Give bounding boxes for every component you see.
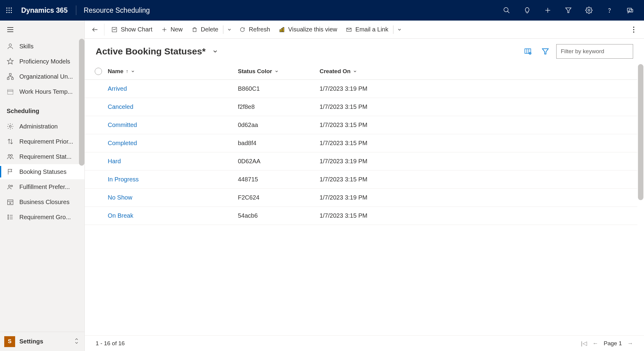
column-header-name[interactable]: Name ↑	[108, 68, 238, 75]
sidebar-item-closures[interactable]: Business Closures	[0, 194, 84, 210]
chart-icon	[111, 26, 118, 33]
column-header-status-color[interactable]: Status Color	[238, 68, 320, 75]
table-row[interactable]: Completedbad8f41/7/2023 3:15 PM	[85, 134, 637, 152]
table-row[interactable]: In Progress4487151/7/2023 3:15 PM	[85, 171, 637, 189]
visualize-button[interactable]: Visualize this view	[274, 23, 341, 36]
svg-point-48	[8, 219, 9, 219]
cell-name[interactable]: Hard	[108, 158, 238, 165]
svg-marker-65	[542, 49, 548, 54]
star-icon	[7, 58, 14, 65]
table-row[interactable]: Canceledf2f8e81/7/2023 3:15 PM	[85, 98, 637, 116]
cell-created: 1/7/2023 3:15 PM	[320, 140, 637, 147]
sidebar-group-header: Scheduling	[0, 99, 84, 119]
view-title[interactable]: Active Booking Statuses*	[96, 46, 205, 57]
svg-point-59	[633, 29, 634, 30]
column-header-created-on[interactable]: Created On	[320, 68, 637, 75]
page-label: Page 1	[604, 340, 622, 347]
chevron-down-icon	[353, 69, 357, 73]
back-button[interactable]	[88, 23, 102, 36]
scrollbar[interactable]	[79, 39, 84, 166]
view-header: Active Booking Statuses*	[85, 39, 644, 63]
select-all-checkbox[interactable]	[95, 68, 102, 75]
sidebar-item-fulfillment[interactable]: Fulfillment Prefer...	[0, 179, 84, 194]
cell-created: 1/7/2023 3:15 PM	[320, 122, 637, 128]
show-chart-button[interactable]: Show Chart	[107, 23, 157, 36]
cell-name[interactable]: Committed	[108, 122, 238, 128]
table-row[interactable]: Hard0D62AA1/7/2023 3:19 PM	[85, 152, 637, 171]
new-button[interactable]: New	[157, 23, 187, 36]
sidebar-item-booking-statuses[interactable]: Booking Statuses	[0, 164, 84, 179]
more-commands-button[interactable]	[627, 23, 640, 36]
app-launcher-icon[interactable]	[4, 5, 15, 16]
svg-point-38	[8, 185, 10, 187]
delete-dropdown[interactable]	[224, 23, 235, 36]
cell-color: f2f8e8	[238, 103, 320, 110]
cell-name[interactable]: Arrived	[108, 85, 238, 92]
svg-point-39	[11, 185, 13, 187]
cell-created: 1/7/2023 3:19 PM	[320, 85, 637, 92]
delete-button[interactable]: Delete	[187, 23, 223, 36]
svg-point-32	[9, 125, 11, 127]
edit-columns-button[interactable]	[521, 45, 534, 58]
refresh-button[interactable]: Refresh	[235, 23, 274, 36]
table-row[interactable]: ArrivedB860C11/7/2023 3:19 PM	[85, 80, 637, 98]
email-dropdown[interactable]	[394, 23, 405, 36]
sidebar-item-label: Requirement Prior...	[19, 138, 73, 145]
sidebar-item-req-groups[interactable]: Requirement Gro...	[0, 210, 84, 225]
view-selector-dropdown[interactable]	[210, 45, 221, 58]
svg-rect-17	[629, 9, 633, 12]
search-icon[interactable]	[496, 0, 517, 21]
brand-label[interactable]: Dynamics 365	[21, 6, 67, 15]
filter-icon[interactable]	[558, 0, 579, 21]
sidebar-item-proficiency[interactable]: Proficiency Models	[0, 54, 84, 69]
sidebar-item-label: Skills	[19, 43, 34, 50]
cell-name[interactable]: Canceled	[108, 103, 238, 110]
cell-name[interactable]: No Show	[108, 194, 238, 201]
table-row[interactable]: No ShowF2C6241/7/2023 3:19 PM	[85, 189, 637, 207]
divider	[76, 5, 76, 15]
svg-point-36	[11, 154, 12, 156]
table-row[interactable]: Committed0d62aa1/7/2023 3:15 PM	[85, 116, 637, 134]
sidebar-item-skills[interactable]: Skills	[0, 39, 84, 54]
calendar-dotted-icon	[7, 88, 14, 95]
filter-keyword-input[interactable]	[556, 44, 633, 59]
filter-button[interactable]	[539, 45, 552, 58]
sidebar-item-req-status[interactable]: Requirement Stat...	[0, 149, 84, 164]
area-switcher[interactable]: S Settings	[0, 332, 84, 351]
cell-name[interactable]: On Break	[108, 212, 238, 219]
cell-color: B860C1	[238, 85, 320, 92]
table-row[interactable]: On Break54acb61/7/2023 3:15 PM	[85, 207, 637, 225]
sidebar-item-req-priority[interactable]: Requirement Prior...	[0, 134, 84, 149]
first-page-button[interactable]: |◁	[581, 340, 587, 347]
sidebar-item-administration[interactable]: Administration	[0, 119, 84, 134]
chat-icon[interactable]	[620, 0, 640, 21]
column-label: Name	[108, 68, 123, 75]
sidebar-item-org-units[interactable]: Organizational Un...	[0, 69, 84, 84]
next-page-button[interactable]: →	[627, 340, 633, 347]
menu-toggle-icon[interactable]	[0, 21, 84, 39]
sidebar-item-label: Proficiency Models	[19, 58, 70, 65]
plus-icon	[161, 26, 168, 33]
svg-point-3	[6, 10, 8, 11]
scrollbar[interactable]	[638, 64, 643, 200]
help-icon[interactable]	[599, 0, 620, 21]
sidebar-item-work-hours[interactable]: Work Hours Temp...	[0, 84, 84, 99]
cell-name[interactable]: In Progress	[108, 176, 238, 183]
email-link-button[interactable]: Email a Link	[341, 23, 393, 36]
cell-color: 0d62aa	[238, 122, 320, 128]
cell-name[interactable]: Completed	[108, 140, 238, 147]
svg-point-8	[11, 12, 12, 13]
command-bar: Show Chart New Delete Refresh Visualize …	[85, 21, 644, 39]
gear-icon[interactable]	[579, 0, 599, 21]
svg-rect-25	[12, 78, 13, 80]
cmd-label: New	[171, 26, 183, 33]
app-name-label[interactable]: Resource Scheduling	[84, 6, 150, 15]
chevron-updown-icon	[74, 337, 80, 346]
svg-rect-55	[281, 28, 283, 32]
top-bar: Dynamics 365 Resource Scheduling	[0, 0, 644, 21]
add-icon[interactable]	[537, 0, 558, 21]
sort-asc-icon: ↑	[126, 69, 128, 74]
lightbulb-icon[interactable]	[517, 0, 537, 21]
prev-page-button[interactable]: ←	[593, 340, 598, 347]
svg-point-14	[588, 9, 590, 11]
